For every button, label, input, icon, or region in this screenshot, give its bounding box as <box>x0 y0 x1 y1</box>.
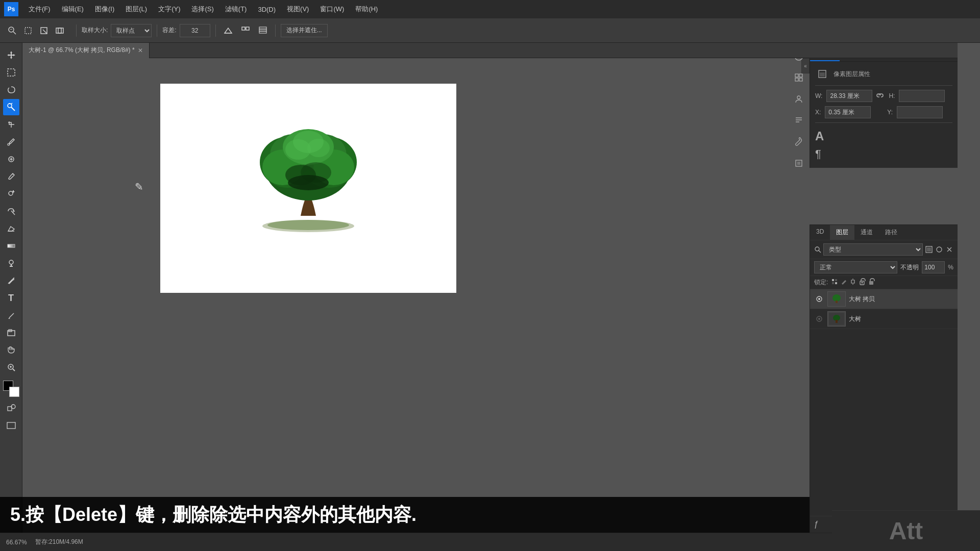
right-icon-strip <box>788 43 810 177</box>
lock-paint-icon[interactable] <box>840 278 847 287</box>
tab-layers[interactable]: 图层 <box>830 225 854 240</box>
lasso-tool[interactable] <box>3 82 19 98</box>
quick-select-tool[interactable] <box>5 23 19 38</box>
svg-point-55 <box>293 131 324 153</box>
svg-point-74 <box>937 247 942 252</box>
svg-line-34 <box>13 369 15 371</box>
list-icon[interactable] <box>790 111 808 130</box>
svg-rect-78 <box>835 279 837 281</box>
add-style-btn[interactable]: ƒ <box>814 520 819 529</box>
layer-visibility-1[interactable] <box>814 294 824 304</box>
lock-all-icon[interactable] <box>868 278 875 287</box>
pen-tool[interactable] <box>3 272 19 289</box>
hand-tool[interactable] <box>3 342 19 358</box>
tab-close-btn[interactable]: ✕ <box>138 47 143 54</box>
h-input[interactable] <box>899 90 945 102</box>
history-brush-tool[interactable] <box>3 203 19 219</box>
move-tool[interactable] <box>3 47 19 63</box>
zoom-tool[interactable] <box>3 359 19 375</box>
clone-tool[interactable] <box>3 186 19 202</box>
svg-line-1 <box>13 32 16 34</box>
menu-layer[interactable]: 图层(L) <box>120 3 152 16</box>
move-select-tool[interactable] <box>37 23 51 38</box>
eyedropper-tool[interactable] <box>3 134 19 150</box>
grid-icon[interactable] <box>790 68 808 87</box>
layer-item-original[interactable]: 大树 <box>810 309 958 329</box>
menu-edit[interactable]: 编辑(E) <box>57 3 89 16</box>
sample-all-layers-btn[interactable] <box>256 23 270 38</box>
layer-properties-icon <box>815 67 829 81</box>
path-select-tool[interactable] <box>3 307 19 323</box>
svg-point-62 <box>797 96 800 99</box>
blend-mode-select[interactable]: 正常 <box>814 261 897 273</box>
menu-window[interactable]: 窗口(W) <box>315 3 349 16</box>
adjust-filter-icon[interactable] <box>935 245 943 254</box>
text-tool[interactable]: T <box>3 290 19 306</box>
lock-icons <box>831 278 875 287</box>
svg-rect-61 <box>799 78 802 81</box>
svg-point-87 <box>818 298 820 300</box>
tolerance-input[interactable] <box>180 24 210 37</box>
menu-file[interactable]: 文件(F) <box>23 3 56 16</box>
text-icon-row: A <box>815 127 952 145</box>
layer-thumb-1 <box>827 291 846 307</box>
box-icon[interactable] <box>790 154 808 172</box>
marquee-tool[interactable] <box>3 64 19 81</box>
sample-size-select[interactable]: 取样点 <box>111 24 152 37</box>
svg-rect-9 <box>246 27 249 30</box>
wh-row: W: H: <box>815 90 952 102</box>
dodge-tool[interactable] <box>3 255 19 271</box>
lock-artboard-icon[interactable] <box>849 278 856 287</box>
person-icon[interactable] <box>790 90 808 108</box>
layers-filter-row: 类型 <box>810 240 958 259</box>
w-input[interactable] <box>826 90 872 102</box>
menu-filter[interactable]: 滤镜(T) <box>220 3 252 16</box>
layer-visibility-2[interactable] <box>814 314 824 324</box>
close-filter-icon[interactable] <box>945 245 953 254</box>
tab-paths[interactable]: 路径 <box>879 225 903 240</box>
menu-view[interactable]: 视图(V) <box>282 3 314 16</box>
contiguous-btn[interactable] <box>238 23 253 38</box>
svg-point-70 <box>815 247 819 251</box>
opacity-input[interactable] <box>922 261 945 273</box>
rect-select-tool[interactable] <box>21 23 35 38</box>
tab-3d[interactable]: 3D <box>810 225 830 240</box>
select-mask-button[interactable]: 选择并遮住... <box>281 24 328 37</box>
lock-position-icon[interactable] <box>859 278 866 287</box>
att-text: Att <box>889 517 923 545</box>
layer-type-filter[interactable]: 类型 <box>823 243 923 256</box>
foreground-color[interactable] <box>3 381 19 397</box>
bottom-right-area: Att <box>832 510 980 551</box>
tab-channels[interactable]: 通道 <box>854 225 879 240</box>
heal-tool[interactable] <box>3 151 19 167</box>
svg-rect-6 <box>58 28 63 33</box>
chain-link-icon[interactable] <box>876 91 885 101</box>
magic-wand-tool[interactable] <box>3 99 19 115</box>
x-input[interactable] <box>825 106 871 118</box>
menu-help[interactable]: 帮助(H) <box>350 3 383 16</box>
document-canvas[interactable] <box>160 84 456 293</box>
anti-alias-btn[interactable] <box>221 23 235 38</box>
menu-bar: Ps 文件(F) 编辑(E) 图像(I) 图层(L) 文字(Y) 选择(S) 滤… <box>0 0 980 18</box>
lock-pixels-icon[interactable] <box>831 278 838 287</box>
menu-text[interactable]: 文字(Y) <box>153 3 185 16</box>
intersect-select-tool[interactable] <box>53 23 67 38</box>
y-input[interactable] <box>897 106 943 118</box>
menu-image[interactable]: 图像(I) <box>90 3 119 16</box>
gradient-tool[interactable] <box>3 238 19 254</box>
screen-mode-btn[interactable] <box>3 417 19 434</box>
menu-select[interactable]: 选择(S) <box>186 3 218 16</box>
svg-rect-5 <box>56 28 61 33</box>
layer-item-copy[interactable]: 大树 拷贝 <box>810 289 958 309</box>
eraser-tool[interactable] <box>3 220 19 237</box>
crop-tool[interactable] <box>3 116 19 133</box>
tab-bar: 大树-1 @ 66.7% (大树 拷贝, RGB/8#) * ✕ <box>22 43 958 58</box>
quick-mask-btn[interactable] <box>3 400 19 416</box>
wrench-icon[interactable] <box>790 133 808 151</box>
brush-tool[interactable] <box>3 168 19 185</box>
pixel-filter-icon[interactable] <box>925 245 933 254</box>
menu-3d[interactable]: 3D(D) <box>253 4 281 15</box>
document-tab[interactable]: 大树-1 @ 66.7% (大树 拷贝, RGB/8#) * ✕ <box>22 43 150 58</box>
shape-tool[interactable] <box>3 324 19 341</box>
svg-rect-60 <box>795 78 798 81</box>
